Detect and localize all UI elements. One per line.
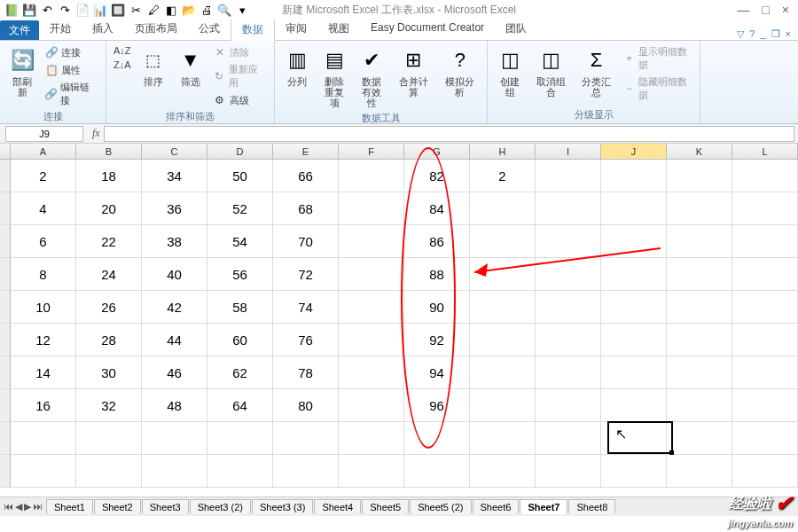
cell[interactable] <box>601 389 667 422</box>
tab-视图[interactable]: 视图 <box>317 19 360 40</box>
cell[interactable] <box>536 160 601 192</box>
cell[interactable] <box>667 160 732 192</box>
cell[interactable]: 2 <box>470 160 536 192</box>
cell[interactable]: 26 <box>76 291 142 324</box>
cell[interactable]: 28 <box>76 324 142 356</box>
advanced-filter-button[interactable]: ⚙高级 <box>211 92 269 108</box>
cell[interactable]: 30 <box>76 356 142 389</box>
text-to-columns-button[interactable]: ▥分列 <box>280 44 314 89</box>
row-header[interactable] <box>0 455 11 488</box>
tab-nav-last-icon[interactable]: ⏭ <box>33 501 43 512</box>
cell[interactable] <box>470 389 536 422</box>
cell[interactable] <box>339 225 404 258</box>
cell[interactable] <box>404 422 470 455</box>
close-button[interactable]: × <box>782 3 789 17</box>
cell[interactable] <box>142 422 207 455</box>
cell[interactable] <box>667 422 732 455</box>
cell[interactable] <box>601 160 667 192</box>
cell[interactable] <box>732 389 798 422</box>
sheet-tab-Sheet8[interactable]: Sheet8 <box>568 499 615 514</box>
cell[interactable] <box>732 192 798 225</box>
group-button[interactable]: ◫创建组 <box>493 44 527 99</box>
cell[interactable]: 40 <box>142 258 207 291</box>
col-header-J[interactable]: J <box>601 144 667 159</box>
row-header[interactable] <box>0 192 11 225</box>
cell[interactable] <box>601 291 667 324</box>
cell[interactable] <box>470 192 536 225</box>
cell[interactable]: 80 <box>273 389 339 422</box>
cell[interactable]: 42 <box>142 291 207 324</box>
tab-nav-first-icon[interactable]: ⏮ <box>4 501 13 512</box>
row-header[interactable] <box>0 291 11 324</box>
cell[interactable]: 90 <box>404 291 470 324</box>
cell[interactable] <box>470 258 536 291</box>
cell[interactable]: 36 <box>142 192 207 225</box>
cell[interactable]: 24 <box>76 258 142 291</box>
cell[interactable]: 70 <box>273 225 339 258</box>
cell[interactable] <box>470 356 536 389</box>
maximize-button[interactable]: □ <box>762 3 769 17</box>
cell[interactable] <box>339 422 404 455</box>
cell[interactable]: 38 <box>142 225 207 258</box>
sheet-tab-Sheet3[interactable]: Sheet3 <box>142 499 189 514</box>
col-header-D[interactable]: D <box>207 144 273 159</box>
sheet-tab-Sheet6[interactable]: Sheet6 <box>473 499 520 514</box>
cell[interactable] <box>732 422 798 455</box>
filter-button[interactable]: ▼ 筛选 <box>174 44 207 89</box>
cell[interactable] <box>601 356 667 389</box>
cell[interactable] <box>667 324 732 356</box>
cell[interactable]: 52 <box>207 192 273 225</box>
reapply-button[interactable]: ↻重新应用 <box>211 62 269 90</box>
cell[interactable]: 56 <box>207 258 273 291</box>
tab-开始[interactable]: 开始 <box>39 19 82 40</box>
cell[interactable]: 74 <box>273 291 339 324</box>
remove-duplicates-button[interactable]: ▤删除 重复项 <box>317 44 351 110</box>
properties-button[interactable]: 📋属性 <box>43 62 100 78</box>
tab-nav-next-icon[interactable]: ▶ <box>24 501 31 512</box>
col-header-K[interactable]: K <box>667 144 732 159</box>
workbook-restore-icon[interactable]: ❐ <box>771 28 780 40</box>
sheet-tab-Sheet5[interactable]: Sheet5 <box>362 499 409 514</box>
cell[interactable] <box>404 455 470 488</box>
tab-页面布局[interactable]: 页面布局 <box>124 19 188 40</box>
col-header-H[interactable]: H <box>470 144 536 159</box>
formula-bar[interactable] <box>104 126 794 142</box>
tab-团队[interactable]: 团队 <box>495 19 537 40</box>
cell[interactable]: 62 <box>207 356 273 389</box>
cell[interactable] <box>601 422 667 455</box>
qat-icon-9[interactable]: 🔍 <box>216 2 232 18</box>
cell[interactable] <box>207 455 273 488</box>
sort-button[interactable]: ⬚ 排序 <box>137 44 170 89</box>
qat-icon-6[interactable]: ◧ <box>163 2 179 18</box>
cell[interactable]: 48 <box>142 389 207 422</box>
file-tab[interactable]: 文件 <box>0 20 39 40</box>
cell[interactable] <box>339 455 404 488</box>
cell[interactable] <box>339 160 404 192</box>
hide-detail-button[interactable]: −隐藏明细数据 <box>621 74 694 103</box>
sort-desc-button[interactable]: Z↓A <box>112 59 133 71</box>
clear-filter-button[interactable]: ✕清除 <box>211 44 269 60</box>
cell[interactable] <box>732 291 798 324</box>
cell[interactable] <box>536 258 601 291</box>
cell[interactable] <box>470 291 536 324</box>
col-header-B[interactable]: B <box>76 144 142 159</box>
cell[interactable]: 8 <box>11 258 76 291</box>
sheet-tab-Sheet3 (3)[interactable]: Sheet3 (3) <box>252 499 313 514</box>
tab-审阅[interactable]: 审阅 <box>275 19 317 40</box>
cell[interactable]: 94 <box>404 356 470 389</box>
cell[interactable] <box>339 258 404 291</box>
cell[interactable]: 64 <box>207 389 273 422</box>
cell[interactable] <box>536 389 601 422</box>
cell[interactable]: 86 <box>404 225 470 258</box>
sheet-tab-Sheet3 (2)[interactable]: Sheet3 (2) <box>190 499 251 514</box>
cell[interactable] <box>536 291 601 324</box>
cell[interactable] <box>667 291 732 324</box>
row-header[interactable] <box>0 324 11 356</box>
cells[interactable]: 2183450668224203652688462238547086824405… <box>11 160 798 488</box>
cell[interactable] <box>667 389 732 422</box>
data-validation-button[interactable]: ✔数据 有效性 <box>355 44 388 110</box>
row-header[interactable] <box>0 356 11 389</box>
cell[interactable] <box>601 225 667 258</box>
cell[interactable] <box>667 225 732 258</box>
cell[interactable]: 92 <box>404 324 470 356</box>
